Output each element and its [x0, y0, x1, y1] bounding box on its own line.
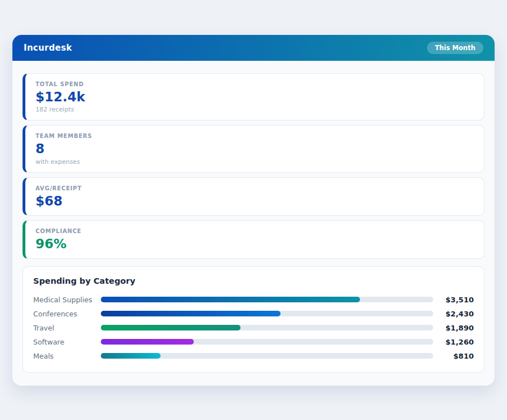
stat-card-total-spend: TOTAL SPEND $12.4k 182 receipts [23, 73, 484, 120]
category-label: Travel [33, 324, 101, 332]
category-bar-track [101, 353, 433, 359]
stat-label: TEAM MEMBERS [35, 133, 474, 139]
stat-sub: with expenses [35, 158, 474, 166]
category-value: $1,890 [433, 324, 474, 332]
category-bar-fill [101, 353, 161, 359]
category-bar-track [101, 325, 433, 330]
stat-label: AVG/RECEIPT [35, 185, 474, 191]
category-bar-track [101, 339, 433, 345]
dashboard-panel: Incurdesk This Month TOTAL SPEND $12.4k … [12, 35, 495, 386]
category-label: Conferences [33, 310, 101, 318]
category-bar-track [101, 311, 433, 316]
spending-card-title: Spending by Category [33, 276, 474, 285]
spending-by-category-card: Spending by Category Medical Supplies$3,… [23, 266, 484, 373]
category-bar-fill [101, 339, 194, 345]
stat-label: COMPLIANCE [35, 228, 474, 234]
stat-value: $12.4k [35, 90, 474, 104]
stat-label: TOTAL SPEND [35, 81, 474, 87]
app-title: Incurdesk [24, 43, 72, 53]
category-row: Conferences$2,430 [33, 307, 474, 321]
category-value: $3,510 [433, 296, 474, 304]
stat-card-avg-receipt: AVG/RECEIPT $68 [23, 177, 484, 216]
period-badge[interactable]: This Month [427, 42, 483, 54]
category-bar-fill [101, 325, 241, 330]
app-header: Incurdesk This Month [12, 35, 495, 61]
stat-card-compliance: COMPLIANCE 96% [23, 220, 484, 258]
category-bar-fill [101, 311, 281, 316]
category-row: Medical Supplies$3,510 [33, 293, 474, 307]
category-value: $2,430 [433, 310, 474, 318]
category-label: Meals [33, 352, 101, 360]
category-row: Software$1,260 [33, 335, 474, 349]
stat-card-team-members: TEAM MEMBERS 8 with expenses [23, 125, 484, 172]
category-value: $810 [433, 352, 474, 360]
category-bar-fill [101, 297, 360, 302]
stat-value: 96% [35, 236, 474, 251]
category-label: Medical Supplies [33, 296, 101, 304]
category-row: Meals$810 [33, 349, 474, 363]
stat-value: $68 [35, 194, 474, 208]
category-value: $1,260 [433, 338, 474, 346]
category-label: Software [33, 338, 101, 346]
category-row: Travel$1,890 [33, 321, 474, 335]
stat-value: 8 [35, 141, 474, 156]
category-bar-track [101, 297, 433, 302]
category-rows: Medical Supplies$3,510Conferences$2,430T… [33, 293, 474, 363]
stat-sub: 182 receipts [35, 106, 474, 113]
dashboard-content: TOTAL SPEND $12.4k 182 receipts TEAM MEM… [12, 61, 495, 386]
